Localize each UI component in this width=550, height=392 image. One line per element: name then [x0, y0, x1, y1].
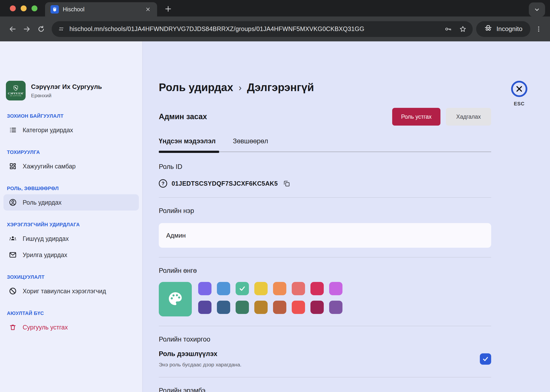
ban-icon	[9, 287, 17, 295]
sidebar-section-header: РОЛЬ, ЗӨВШӨӨРӨЛ	[7, 186, 139, 191]
browser-menu-icon[interactable]	[533, 22, 545, 36]
sidebar-nav: ЗОХИОН БАЙГУУЛАЛТКатегори удирдахТОХИРУУ…	[3, 113, 139, 335]
url-text[interactable]: hischool.mn/schools/01JA4HFWNDRYVG7DJDS8…	[69, 25, 440, 33]
color-swatch[interactable]	[310, 301, 324, 314]
back-icon[interactable]	[5, 22, 20, 36]
browser-window: Hischool hischool.mn/schools/01JA4HFWNDR…	[0, 0, 550, 392]
page-title: Админ засах	[159, 112, 392, 121]
esc-label: ESC	[514, 101, 525, 107]
divider	[159, 326, 491, 326]
school-logo: СЭРҮҮЛЭГ ИХ СУРГУУЛЬ	[6, 81, 26, 100]
window-minimize-button[interactable]	[21, 5, 27, 11]
palette-icon	[167, 291, 183, 308]
color-swatch[interactable]	[236, 301, 249, 314]
role-name-label: Ролийн нэр	[159, 207, 491, 215]
sidebar-item-label: Хориг тавиулсан хэрэглэгчид	[23, 288, 106, 295]
sidebar-item-хажуугийн-самбар[interactable]: Хажуугийн самбар	[3, 158, 139, 174]
forward-icon[interactable]	[20, 22, 34, 36]
school-switcher[interactable]: СЭРҮҮЛЭГ ИХ СУРГУУЛЬ Сэрүүлэг Их Сургуул…	[3, 81, 139, 102]
color-swatch[interactable]	[292, 282, 305, 295]
school-name: Сэрүүлэг Их Сургууль	[31, 83, 102, 91]
color-swatch[interactable]	[329, 301, 342, 314]
color-swatch[interactable]	[273, 301, 286, 314]
hoist-checkbox[interactable]	[480, 353, 491, 365]
sidebar-item-label: Хажуугийн самбар	[23, 163, 76, 170]
incognito-label: Incognito	[496, 25, 522, 33]
tab-search-button[interactable]	[529, 2, 545, 17]
color-swatch[interactable]	[254, 282, 268, 295]
site-settings-icon[interactable]	[55, 23, 67, 35]
copy-icon[interactable]	[282, 179, 291, 188]
tab-permissions[interactable]: Зөвшөөрөл	[233, 137, 272, 151]
browser-tab[interactable]: Hischool	[45, 2, 157, 16]
color-grid	[198, 282, 342, 316]
hoist-title: Роль дээшлүүлэх	[159, 350, 480, 358]
sidebar-item-label: Категори удирдах	[23, 127, 73, 134]
divider	[159, 197, 491, 198]
browser-toolbar: hischool.mn/schools/01JA4HFWNDRYVG7DJDS8…	[0, 16, 550, 41]
role-order-label: Ролийн эрэмбэ	[159, 387, 491, 392]
hoist-setting-row: Роль дээшлүүлэх Энэ роль бусдаас дээр ха…	[159, 350, 491, 368]
sidebar-item-хориг-тавиулсан-хэрэглэгчид[interactable]: Хориг тавиулсан хэрэглэгчид	[3, 283, 139, 299]
mail-icon	[9, 251, 17, 259]
sidebar-section-header: ТОХИРУУЛГА	[7, 149, 139, 155]
sidebar-item-категори-удирдах[interactable]: Категори удирдах	[3, 122, 139, 138]
color-swatch[interactable]	[292, 301, 305, 314]
tab-strip: Hischool	[0, 0, 550, 16]
bookmark-star-icon[interactable]	[456, 23, 469, 35]
color-swatch[interactable]	[198, 282, 211, 295]
color-swatch[interactable]	[254, 301, 268, 314]
school-logo-text: СЭРҮҮЛЭГ	[8, 92, 24, 95]
tab-title: Hischool	[63, 6, 140, 13]
help-icon[interactable]	[159, 179, 167, 188]
close-icon[interactable]	[511, 81, 527, 97]
color-swatch[interactable]	[236, 282, 249, 295]
role-settings-label: Ролийн тохиргоо	[159, 336, 491, 343]
divider	[159, 257, 491, 258]
sidebar-item-сургууль-устгах[interactable]: Сургууль устгах	[3, 319, 139, 335]
new-tab-button[interactable]	[162, 3, 174, 15]
person-circle-icon	[9, 198, 17, 206]
sidebar-item-роль-удирдах[interactable]: Роль удирдах	[3, 194, 139, 211]
sidebar-section-header: ЗОХИОН БАЙГУУЛАЛТ	[7, 113, 139, 119]
color-swatch[interactable]	[329, 282, 342, 295]
breadcrumb: Роль удирдах › Дэлгэрэнгүй	[159, 81, 491, 94]
breadcrumb-parent[interactable]: Роль удирдах	[159, 81, 233, 94]
sidebar-item-урилга-удирдах[interactable]: Урилга удирдах	[3, 247, 139, 263]
window-zoom-button[interactable]	[32, 5, 37, 11]
breadcrumb-current: Дэлгэрэнгүй	[247, 81, 314, 94]
group-icon	[9, 235, 17, 243]
password-key-icon[interactable]	[442, 23, 454, 35]
color-swatch[interactable]	[310, 282, 324, 295]
role-id-label: Роль ID	[159, 163, 491, 171]
hoist-description: Энэ роль бусдаас дээр харагдана.	[159, 362, 480, 368]
sidebar-item-label: Гишүүд удирдах	[23, 235, 69, 242]
color-swatch[interactable]	[198, 301, 211, 314]
delete-role-button[interactable]: Роль устгах	[392, 108, 440, 126]
save-button[interactable]: Хадгалах	[446, 108, 491, 126]
role-color-label: Ролийн өнгө	[159, 267, 491, 275]
reload-icon[interactable]	[34, 22, 48, 36]
role-name-input[interactable]	[159, 223, 491, 248]
school-logo-subtext: ИХ СУРГУУЛЬ	[10, 95, 21, 97]
sidebar-item-гишүүд-удирдах[interactable]: Гишүүд удирдах	[3, 230, 139, 247]
sidebar-item-label: Урилга удирдах	[23, 251, 67, 259]
incognito-badge: Incognito	[476, 21, 530, 37]
color-swatch[interactable]	[217, 301, 230, 314]
color-swatch[interactable]	[217, 282, 230, 295]
url-bar[interactable]: hischool.mn/schools/01JA4HFWNDRYVG7DJDS8…	[52, 21, 473, 37]
school-subtitle: Ерөнхий	[31, 93, 102, 98]
tab-close-icon[interactable]	[144, 6, 152, 13]
window-close-button[interactable]	[10, 5, 16, 11]
color-swatch[interactable]	[273, 282, 286, 295]
list-icon	[9, 126, 17, 134]
divider	[159, 377, 491, 377]
role-id-value: 01JEDTSCSYDQF7SJCXF6KC5AK5	[172, 180, 278, 187]
sidebar-section-header: АЮУЛТАЙ БҮС	[7, 310, 139, 316]
selected-color-swatch[interactable]	[159, 282, 192, 316]
tab-basic-info[interactable]: Үндсэн мэдээлэл	[159, 137, 219, 151]
esc-close[interactable]: ESC	[511, 81, 527, 107]
sidebar-item-label: Сургууль устгах	[23, 324, 68, 331]
breadcrumb-separator-icon: ›	[239, 82, 242, 93]
main-panel: ESC Роль удирдах › Дэлгэрэнгүй Админ зас…	[143, 41, 550, 392]
